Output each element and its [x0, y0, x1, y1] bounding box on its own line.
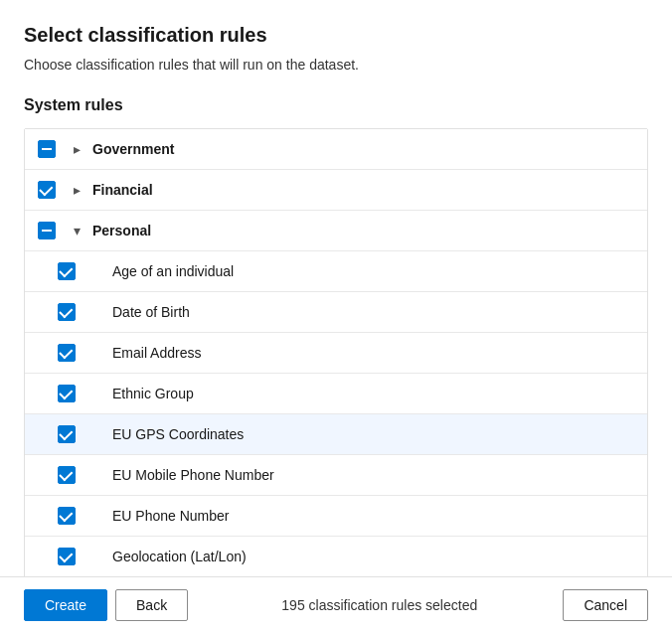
rule-label-date-of-birth: Date of Birth [112, 304, 190, 320]
main-content: Select classification rules Choose class… [0, 0, 672, 576]
page-description: Choose classification rules that will ru… [24, 57, 648, 73]
checkbox-email-address[interactable] [57, 343, 77, 363]
back-button[interactable]: Back [115, 589, 188, 621]
rule-label-eu-gps-coordinates: EU GPS Coordinates [112, 426, 244, 442]
rule-list: ▸Government▸Financial▾PersonalAge of an … [24, 128, 648, 576]
rule-label-financial: Financial [92, 182, 153, 198]
rule-row-eu-phone-number[interactable]: EU Phone Number [25, 496, 647, 537]
rule-label-personal: Personal [92, 223, 151, 238]
rule-row-government[interactable]: ▸Government [25, 129, 647, 170]
checkbox-government[interactable] [37, 139, 57, 159]
checkbox-ethnic-group[interactable] [57, 384, 77, 403]
expand-icon-financial[interactable]: ▸ [67, 180, 86, 200]
checkbox-date-of-birth[interactable] [57, 302, 77, 322]
rule-row-ethnic-group[interactable]: Ethnic Group [25, 374, 647, 414]
rule-label-government: Government [92, 141, 174, 157]
rule-row-email-address[interactable]: Email Address [25, 333, 647, 374]
rule-row-financial[interactable]: ▸Financial [25, 170, 647, 211]
create-button[interactable]: Create [24, 589, 107, 621]
rule-row-eu-gps-coordinates[interactable]: EU GPS Coordinates [25, 414, 647, 455]
rule-row-personal[interactable]: ▾Personal [25, 211, 647, 251]
rule-label-age-of-individual: Age of an individual [112, 263, 234, 279]
section-title: System rules [24, 96, 648, 114]
checkbox-eu-gps-coordinates[interactable] [57, 424, 77, 444]
expand-icon-government[interactable]: ▸ [67, 139, 86, 159]
rule-row-age-of-individual[interactable]: Age of an individual [25, 251, 647, 292]
collapse-icon-personal[interactable]: ▾ [67, 221, 86, 240]
footer: Create Back 195 classification rules sel… [0, 576, 672, 633]
checkbox-financial[interactable] [37, 180, 57, 200]
checkbox-eu-mobile-phone-number[interactable] [57, 465, 77, 485]
rule-label-eu-mobile-phone-number: EU Mobile Phone Number [112, 467, 274, 483]
rule-row-geolocation[interactable]: Geolocation (Lat/Lon) [25, 537, 647, 576]
rule-label-email-address: Email Address [112, 345, 201, 361]
cancel-button[interactable]: Cancel [563, 589, 648, 621]
rule-label-geolocation: Geolocation (Lat/Lon) [112, 549, 247, 564]
checkbox-personal[interactable] [37, 221, 57, 240]
rule-label-ethnic-group: Ethnic Group [112, 386, 194, 401]
rule-label-eu-phone-number: EU Phone Number [112, 508, 230, 524]
rule-row-date-of-birth[interactable]: Date of Birth [25, 292, 647, 333]
status-text: 195 classification rules selected [196, 597, 563, 613]
checkbox-eu-phone-number[interactable] [57, 506, 77, 526]
rule-row-eu-mobile-phone-number[interactable]: EU Mobile Phone Number [25, 455, 647, 496]
checkbox-age-of-individual[interactable] [57, 261, 77, 281]
page-title: Select classification rules [24, 24, 648, 47]
checkbox-geolocation[interactable] [57, 547, 77, 566]
